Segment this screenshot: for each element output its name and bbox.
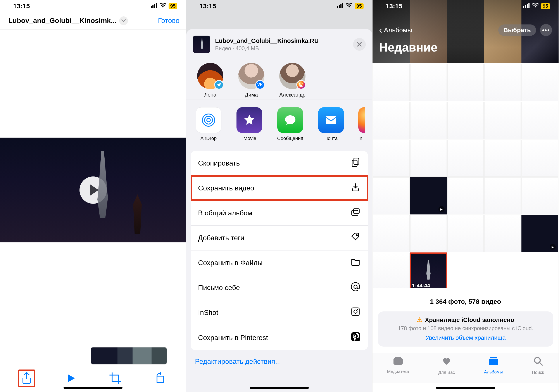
photo-thumb[interactable]: [447, 102, 484, 139]
photo-thumb[interactable]: [410, 64, 447, 101]
share-button[interactable]: [18, 370, 35, 387]
photo-thumb[interactable]: [447, 177, 484, 215]
back-button[interactable]: ‹ Альбомы: [379, 25, 412, 35]
photo-thumb[interactable]: [447, 64, 484, 101]
empty-thumb: [447, 253, 484, 288]
tower-graphic: [130, 194, 145, 234]
svg-point-19: [356, 234, 357, 236]
home-indicator[interactable]: [436, 387, 495, 389]
saved-video-thumb[interactable]: 1:44:44: [410, 253, 447, 288]
photo-thumb[interactable]: [373, 102, 410, 139]
tab-albums[interactable]: Альбомы: [484, 356, 503, 374]
close-icon: [357, 42, 362, 47]
action-mail-self[interactable]: Письмо себе: [191, 275, 368, 300]
app-label: iMovie: [242, 136, 256, 141]
svg-rect-2: [154, 4, 155, 8]
svg-point-22: [354, 310, 357, 313]
svg-rect-26: [525, 5, 526, 8]
screen-video-preview: 13:15 95 Lubov_and_Golubi__Kinosimk... Г…: [0, 0, 186, 392]
photo-thumb[interactable]: [373, 215, 410, 252]
more-button[interactable]: •••: [540, 24, 552, 36]
svg-rect-30: [395, 357, 401, 358]
svg-rect-29: [393, 358, 403, 365]
banner-link[interactable]: Увеличить объем хранилища: [384, 335, 547, 341]
photo-thumb[interactable]: [373, 253, 410, 288]
action-pinterest[interactable]: Сохранить в Pinterest: [191, 325, 368, 350]
imovie-icon: [236, 107, 262, 133]
play-toolbar-button[interactable]: [62, 370, 80, 387]
cellular-icon: [523, 3, 530, 9]
photo-thumb[interactable]: [522, 177, 558, 215]
app-airdrop[interactable]: AirDrop: [195, 107, 222, 141]
photo-thumb[interactable]: [522, 64, 558, 101]
home-indicator[interactable]: [64, 387, 122, 389]
photo-thumb[interactable]: [484, 102, 521, 139]
photo-grid[interactable]: ▶ ▶ 1:44:44: [373, 63, 559, 288]
svg-rect-1: [152, 5, 154, 8]
for-you-icon: [441, 356, 452, 368]
share-header: Lubov_and_Golubi__Kinosimka.RU Видео · 4…: [186, 29, 372, 58]
contact-item[interactable]: Александр: [277, 63, 308, 98]
action-inshot[interactable]: InShot: [191, 300, 368, 325]
crop-button[interactable]: [107, 370, 124, 387]
photo-thumb[interactable]: [447, 215, 484, 252]
status-bar: 13:15 95: [373, 0, 559, 12]
tab-library[interactable]: Медиатека: [387, 356, 409, 374]
status-time: 13:15: [13, 2, 30, 10]
photo-thumb[interactable]: [410, 215, 447, 252]
tab-search[interactable]: Поиск: [532, 356, 544, 375]
done-button[interactable]: Готово: [158, 17, 179, 25]
contact-item[interactable]: VK Дима: [236, 63, 267, 98]
timeline[interactable]: [0, 345, 186, 367]
icloud-banner[interactable]: ⚠︎ Хранилище iCloud заполнено 178 фото и…: [378, 311, 553, 346]
app-instagram-partial[interactable]: In: [358, 107, 365, 141]
banner-title-row: ⚠︎ Хранилище iCloud заполнено: [384, 316, 547, 323]
photo-thumb[interactable]: [522, 140, 558, 177]
photo-thumb[interactable]: [447, 140, 484, 177]
photo-thumb[interactable]: ▶: [410, 177, 447, 215]
photo-thumb[interactable]: [410, 102, 447, 139]
albums-icon: [488, 356, 499, 368]
chevron-down-icon[interactable]: [119, 16, 128, 25]
spacer: [0, 243, 186, 345]
action-save-files[interactable]: Сохранить в Файлы: [191, 251, 368, 275]
photo-thumb[interactable]: [373, 140, 410, 177]
timeline-frames[interactable]: [91, 347, 167, 364]
title-wrap[interactable]: Lubov_and_Golubi__Kinosimk...: [8, 16, 128, 25]
vk-badge-icon: VK: [255, 80, 265, 90]
app-messages[interactable]: Сообщения: [277, 107, 304, 141]
action-add-tags[interactable]: Добавить теги: [191, 226, 368, 251]
photo-thumb[interactable]: [522, 102, 558, 139]
svg-point-23: [357, 309, 358, 310]
rotate-button[interactable]: [151, 370, 168, 387]
video-duration: 1:44:44: [412, 283, 430, 288]
photo-thumb[interactable]: [484, 215, 521, 252]
contact-item[interactable]: Лена: [195, 63, 225, 98]
status-time: 13:15: [386, 2, 402, 10]
action-label: Сохранить видео: [198, 184, 254, 192]
photo-thumb[interactable]: [373, 64, 410, 101]
app-label: Почта: [324, 136, 338, 141]
photo-thumb[interactable]: [484, 140, 521, 177]
action-copy[interactable]: Скопировать: [191, 151, 368, 176]
status-right: 95: [337, 3, 363, 9]
app-imovie[interactable]: iMovie: [236, 107, 263, 141]
wifi-icon: [346, 3, 353, 9]
svg-point-10: [302, 84, 303, 84]
select-button[interactable]: Выбрать: [498, 24, 536, 36]
action-save-video[interactable]: Сохранить видео: [191, 176, 368, 201]
home-indicator[interactable]: [250, 387, 309, 389]
action-shared-album[interactable]: В общий альбом: [191, 201, 368, 226]
action-label: Сохранить в Файлы: [198, 259, 262, 267]
photo-thumb[interactable]: [373, 177, 410, 215]
app-mail[interactable]: Почта: [317, 107, 345, 141]
photo-thumb[interactable]: ▶: [522, 215, 558, 252]
photo-thumb[interactable]: [410, 140, 447, 177]
tab-for-you[interactable]: Для Вас: [438, 356, 455, 375]
photo-thumb[interactable]: [484, 177, 521, 215]
video-preview[interactable]: [0, 138, 186, 243]
telegram-badge-icon: [214, 80, 224, 90]
close-button[interactable]: [353, 38, 366, 51]
edit-actions-link[interactable]: Редактировать действия...: [186, 357, 372, 365]
photo-thumb[interactable]: [484, 64, 521, 101]
